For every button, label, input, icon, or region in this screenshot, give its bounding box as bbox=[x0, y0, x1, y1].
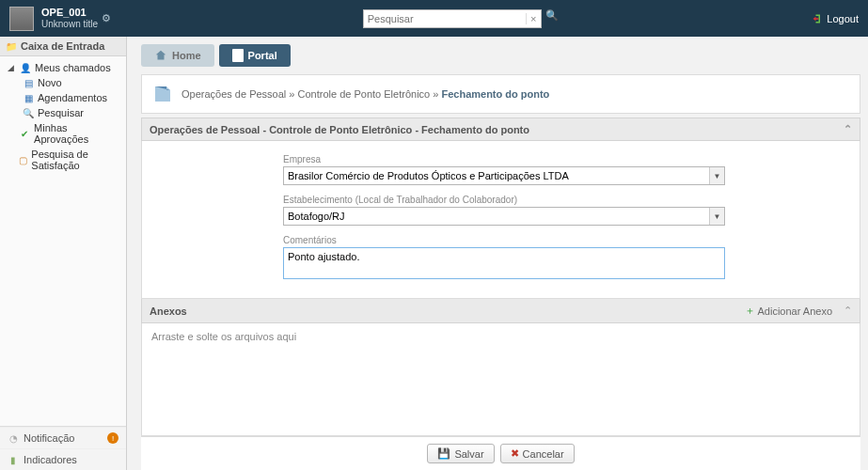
panel-body: Empresa ▼ Estabelecimento (Local de Trab… bbox=[141, 141, 860, 299]
person-icon: 👤 bbox=[20, 62, 31, 73]
bell-icon: ◔ bbox=[8, 432, 19, 444]
save-button[interactable]: 💾 Salvar bbox=[427, 444, 494, 463]
top-bar: OPE_001 Unknown title ⚙ × 🔍 Logout bbox=[0, 0, 868, 37]
tree-toggle-icon[interactable]: ◢ bbox=[8, 63, 16, 72]
clear-icon[interactable]: × bbox=[526, 13, 541, 24]
search-icon[interactable]: 🔍 bbox=[544, 9, 560, 26]
empresa-label: Empresa bbox=[283, 154, 725, 164]
gear-icon[interactable]: ⚙ bbox=[102, 12, 111, 24]
disk-icon: 💾 bbox=[437, 447, 450, 460]
tab-portal[interactable]: Portal bbox=[219, 44, 291, 67]
home-icon bbox=[154, 49, 167, 62]
sidebar-item-approvals[interactable]: ✔ Minhas Aprovações bbox=[2, 120, 124, 147]
breadcrumb: Operações de Pessoal » Controle de Ponto… bbox=[141, 74, 860, 114]
sidebar-item-new[interactable]: ▤ Novo bbox=[2, 75, 124, 90]
chevron-down-icon[interactable]: ▼ bbox=[709, 208, 724, 225]
chevron-down-icon[interactable]: ▼ bbox=[709, 167, 724, 184]
comentarios-input[interactable] bbox=[283, 247, 725, 279]
estabelecimento-label: Estabelecimento (Local de Trabalhador do… bbox=[283, 195, 725, 205]
svg-rect-0 bbox=[232, 49, 244, 62]
breadcrumb-link-2[interactable]: Controle de Ponto Eletrônico bbox=[298, 88, 431, 100]
clipboard-icon: ▢ bbox=[18, 154, 27, 165]
cancel-button[interactable]: ✖ Cancelar bbox=[500, 444, 575, 463]
breadcrumb-link-1[interactable]: Operações de Pessoal bbox=[181, 88, 286, 100]
add-attachment-button[interactable]: ＋ Adicionar Anexo bbox=[745, 304, 833, 318]
user-name: OPE_001 bbox=[41, 7, 98, 19]
collapse-icon[interactable]: ⌃ bbox=[844, 305, 852, 317]
search-input[interactable] bbox=[364, 11, 526, 26]
close-icon: ✖ bbox=[511, 447, 519, 460]
drop-zone[interactable]: Arraste e solte os arquivos aqui bbox=[141, 323, 860, 436]
search-box: × bbox=[363, 9, 542, 28]
anexos-header: Anexos ＋ Adicionar Anexo ⌃ bbox=[141, 299, 860, 323]
content: Home Portal Operações de Pessoal » Contr… bbox=[127, 37, 868, 470]
sidebar-item-my-tickets[interactable]: ◢ 👤 Meus chamados bbox=[2, 60, 124, 75]
empresa-select[interactable]: ▼ bbox=[283, 166, 725, 185]
sidebar-item-survey[interactable]: ▢ Pesquisa de Satisfação bbox=[2, 147, 124, 173]
sidebar-item-schedules[interactable]: ▦ Agendamentos bbox=[2, 90, 124, 105]
logout-button[interactable]: Logout bbox=[812, 13, 859, 24]
check-icon: ✔ bbox=[20, 128, 30, 139]
user-block: OPE_001 Unknown title ⚙ bbox=[9, 7, 111, 31]
user-title: Unknown title bbox=[41, 19, 98, 30]
bars-icon: ▮ bbox=[8, 454, 19, 465]
collapse-icon[interactable]: ⌃ bbox=[844, 123, 852, 135]
sidebar-item-search[interactable]: 🔍 Pesquisar bbox=[2, 105, 124, 120]
breadcrumb-icon bbox=[151, 83, 174, 105]
estabelecimento-input[interactable] bbox=[284, 208, 709, 225]
empresa-input[interactable] bbox=[284, 167, 709, 184]
logout-label: Logout bbox=[827, 13, 859, 24]
comentarios-label: Comentários bbox=[283, 235, 725, 245]
panel-header: Operações de Pessoal - Controle de Ponto… bbox=[141, 118, 860, 141]
document-icon bbox=[232, 49, 244, 62]
magnifier-icon: 🔍 bbox=[23, 107, 34, 118]
plus-icon: ＋ bbox=[745, 304, 755, 318]
panel-title: Operações de Pessoal - Controle de Ponto… bbox=[150, 124, 529, 135]
breadcrumb-current: Fechamento do ponto bbox=[441, 88, 549, 100]
sidebar: 📁 Caixa de Entrada ◢ 👤 Meus chamados ▤ N… bbox=[0, 37, 127, 470]
avatar bbox=[9, 7, 34, 31]
anexos-title: Anexos bbox=[150, 306, 187, 317]
inbox-icon: 📁 bbox=[6, 40, 17, 52]
estabelecimento-select[interactable]: ▼ bbox=[283, 207, 725, 226]
sidebar-footer-notification[interactable]: ◔ Notificação ! bbox=[0, 427, 126, 448]
tab-home[interactable]: Home bbox=[141, 44, 214, 67]
calendar-icon: ▦ bbox=[23, 92, 34, 103]
file-icon: ▤ bbox=[23, 77, 34, 88]
sidebar-header: 📁 Caixa de Entrada bbox=[0, 37, 126, 56]
notification-badge: ! bbox=[107, 432, 118, 444]
footer-actions: 💾 Salvar ✖ Cancelar bbox=[141, 436, 860, 470]
sidebar-footer-indicators[interactable]: ▮ Indicadores bbox=[0, 448, 126, 470]
